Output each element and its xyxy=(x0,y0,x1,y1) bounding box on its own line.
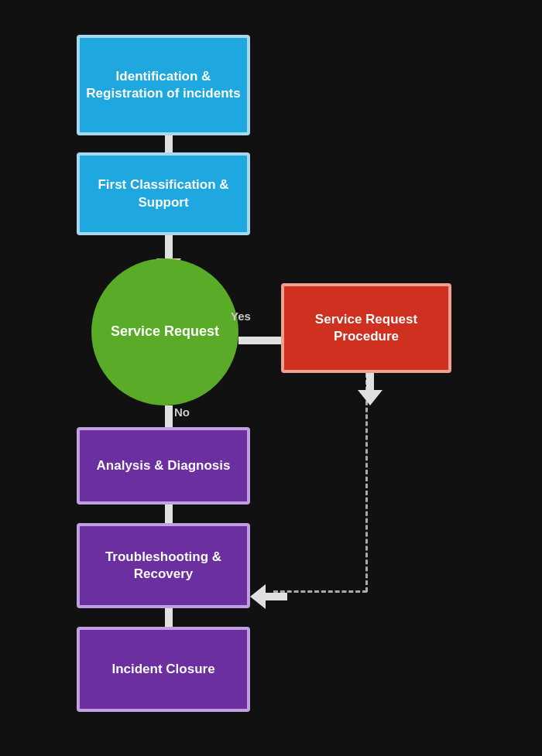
arrow-dashed-to-trouble xyxy=(250,584,287,609)
analysis-box: Analysis & Diagnosis xyxy=(77,427,250,505)
service-request-procedure-box: Service Request Procedure xyxy=(281,283,451,373)
diagram: Identification & Registration of inciden… xyxy=(0,0,542,756)
closure-box: Incident Closure xyxy=(77,627,250,712)
arrow-red-down xyxy=(358,373,382,405)
identification-box: Identification & Registration of inciden… xyxy=(77,35,250,135)
service-request-circle: Service Request xyxy=(91,258,238,405)
dashed-vertical xyxy=(365,373,368,592)
classification-box: First Classification & Support xyxy=(77,152,250,235)
yes-label: Yes xyxy=(231,310,251,323)
dashed-horizontal xyxy=(273,590,367,593)
troubleshooting-box: Troubleshooting & Recovery xyxy=(77,523,250,608)
